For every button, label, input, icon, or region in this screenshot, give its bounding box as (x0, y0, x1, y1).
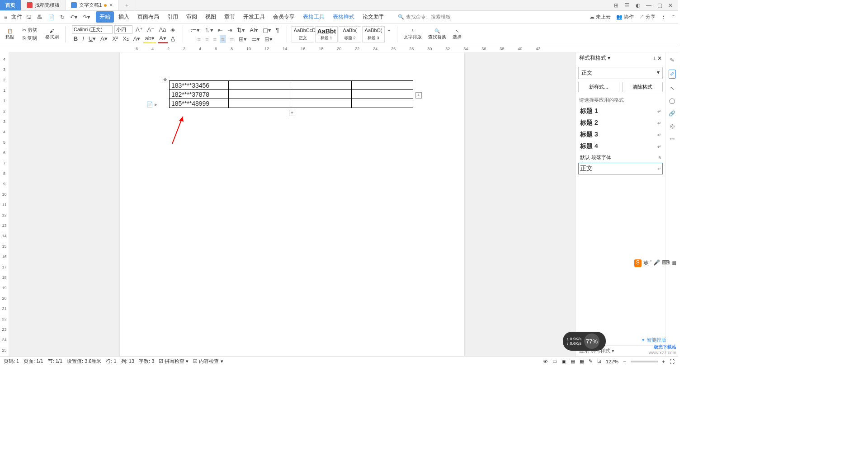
side-location-icon[interactable]: ◎ (670, 123, 675, 129)
sort-icon[interactable]: Al▾ (248, 26, 259, 34)
ribbon-tab-vip[interactable]: 会员专享 (269, 11, 298, 23)
coop-button[interactable]: 👥 协作 (616, 14, 634, 20)
formatmark-icon[interactable]: ¶ (274, 26, 280, 34)
linespace-icon[interactable]: ⇅▾ (236, 26, 246, 34)
border-icon[interactable]: ▢▾ (261, 26, 273, 34)
ime-bar[interactable]: S 英 ' 🎤 ⌨ ▦ (634, 259, 676, 267)
share-button[interactable]: ↗ 分享 (639, 14, 656, 20)
view-web-icon[interactable]: ▤ (571, 358, 575, 364)
style-item[interactable]: 标题 2↵ (578, 117, 663, 129)
side-select-icon[interactable]: ↖ (670, 85, 675, 91)
style-h1[interactable]: AaBbt标题 1 (315, 26, 338, 42)
style-normal[interactable]: AaBbCcD正文 (292, 26, 314, 42)
view-outline-icon[interactable]: ▦ (580, 358, 584, 364)
user-icon[interactable]: ◐ (635, 2, 641, 9)
document-table[interactable]: 183****33456 182****37878 185****48999 (169, 80, 413, 108)
view-read-icon[interactable]: ▭ (552, 358, 557, 364)
numbering-icon[interactable]: ⒈▾ (203, 26, 215, 35)
align-justify-icon[interactable]: ≡ (220, 35, 226, 43)
align-center-icon[interactable]: ≡ (204, 35, 210, 43)
new-style-button[interactable]: 新样式... (578, 82, 619, 92)
minimize-icon[interactable]: — (646, 2, 652, 9)
paste-group[interactable]: 📋 粘贴 (4, 28, 16, 40)
style-item[interactable]: 标题 3↵ (578, 129, 663, 141)
fontcolor-icon[interactable]: A▾ (158, 34, 168, 43)
sub-icon[interactable]: X₂ (121, 35, 130, 42)
tab-new[interactable]: ＋ (119, 0, 135, 10)
command-search[interactable]: 🔍 查找命令、搜索模板 (398, 14, 451, 20)
pin-icon[interactable]: ⟂ (653, 55, 656, 61)
side-book-icon[interactable]: ▭ (670, 136, 675, 142)
zoom-out-icon[interactable]: − (623, 359, 626, 364)
table-icon[interactable]: ⊞▾ (263, 35, 274, 43)
print-icon[interactable]: 🖶 (36, 13, 44, 21)
tab-home[interactable]: 首页 (0, 0, 21, 10)
table-add-col-icon[interactable]: + (289, 110, 295, 116)
ribbon-tab-insert[interactable]: 插入 (115, 11, 133, 23)
ribbon-tab-view[interactable]: 视图 (202, 11, 220, 23)
ribbon-tab-section[interactable]: 章节 (221, 11, 239, 23)
indent-inc-icon[interactable]: ⇥ (226, 26, 234, 34)
smart-layout-button[interactable]: ✦ 智能排版 (641, 337, 666, 343)
ribbon-tab-review[interactable]: 审阅 (183, 11, 201, 23)
copy-button[interactable]: ⎘ 复制 (21, 34, 38, 42)
fontsize-select[interactable]: 小四 (114, 25, 132, 34)
ime-lang[interactable]: 英 (643, 259, 649, 267)
status-chars[interactable]: 字数: 3 (139, 358, 154, 365)
status-pages[interactable]: 页面: 1/1 (24, 358, 43, 365)
document-canvas[interactable]: ✥ + + 📄 ▸ 183****33456 182****37878 185*… (9, 52, 575, 356)
ribbon-tab-tablestyle[interactable]: 表格样式 (329, 11, 358, 23)
find-replace[interactable]: 🔍查找替换 (426, 28, 448, 40)
more-icon[interactable]: ⋮ (661, 14, 666, 20)
fullscreen-icon[interactable]: ⛶ (670, 359, 675, 364)
super-icon[interactable]: X² (111, 35, 119, 42)
side-link-icon[interactable]: 🔗 (669, 110, 675, 117)
texteffect-icon[interactable]: A▾ (132, 35, 142, 42)
ribbon-tab-dev[interactable]: 开发工具 (240, 11, 269, 23)
ribbon-tab-start[interactable]: 开始 (96, 11, 114, 23)
underline-icon[interactable]: U▾ (87, 35, 97, 42)
indent-dec-icon[interactable]: ⇤ (217, 26, 224, 34)
view-eye-icon[interactable]: 👁 (543, 359, 548, 364)
ribbon-tab-ref[interactable]: 引用 (164, 11, 182, 23)
style-h3[interactable]: AaBbC(标题 3 (362, 26, 385, 42)
maximize-icon[interactable]: ▢ (656, 2, 663, 9)
view-print-icon[interactable]: ▣ (561, 358, 566, 364)
change-case-icon[interactable]: Aa (157, 26, 167, 33)
style-item-selected[interactable]: 正文↵ (578, 163, 663, 174)
select-group[interactable]: ↖选择 (451, 28, 463, 40)
hamburger-icon[interactable]: ≡ (3, 13, 9, 21)
style-item[interactable]: 标题 4↵ (578, 141, 663, 152)
layout-icon[interactable]: ⊞ (613, 2, 619, 9)
ime-punct[interactable]: ' (651, 259, 651, 267)
font-select[interactable]: Calibri (正文) (72, 25, 113, 34)
strike-icon[interactable]: A̶▾ (99, 35, 109, 42)
grow-font-icon[interactable]: A⁺ (134, 26, 144, 33)
perf-widget[interactable]: ↑ 0.9K/s ↓ 0.6K/s 77% (563, 332, 606, 351)
redo-icon[interactable]: ↷▾ (81, 13, 91, 21)
clear-format-button[interactable]: 清除格式 (622, 82, 663, 92)
table-add-row-icon[interactable]: + (415, 92, 422, 99)
ruler-vertical[interactable]: 4321123456789101112131415161718192021222… (0, 52, 9, 356)
view-pen-icon[interactable]: ✎ (589, 358, 593, 364)
ribbon-tab-pagelayout[interactable]: 页面布局 (134, 11, 163, 23)
side-shape-icon[interactable]: ◯ (669, 98, 675, 104)
zoom-value[interactable]: 122% (606, 359, 618, 364)
tab-template[interactable]: 找稻壳模板 (21, 0, 66, 10)
collapse-ribbon-icon[interactable]: ⌃ (671, 14, 675, 20)
zoom-slider[interactable] (631, 361, 658, 362)
file-menu[interactable]: 文件 (11, 13, 22, 21)
text-layout[interactable]: ⫱文字排版 (402, 28, 424, 40)
zoom-in-icon[interactable]: + (662, 359, 665, 364)
ribbon-tab-tabletool[interactable]: 表格工具 (299, 11, 328, 23)
fit-icon[interactable]: ⊡ (597, 358, 601, 364)
status-page[interactable]: 页码: 1 (4, 358, 19, 365)
cloud-status[interactable]: ☁ 未上云 (590, 14, 611, 20)
styles-more-icon[interactable]: ⌄ (386, 26, 392, 42)
undo-icon[interactable]: ↶▾ (69, 13, 79, 21)
bold-icon[interactable]: B (72, 35, 79, 42)
style-item[interactable]: 默认 段落字体a (578, 152, 663, 163)
side-wand-icon[interactable]: ✎ (670, 57, 675, 63)
ime-grid-icon[interactable]: ▦ (671, 259, 676, 267)
format-painter[interactable]: 🖌 格式刷 (43, 28, 61, 40)
